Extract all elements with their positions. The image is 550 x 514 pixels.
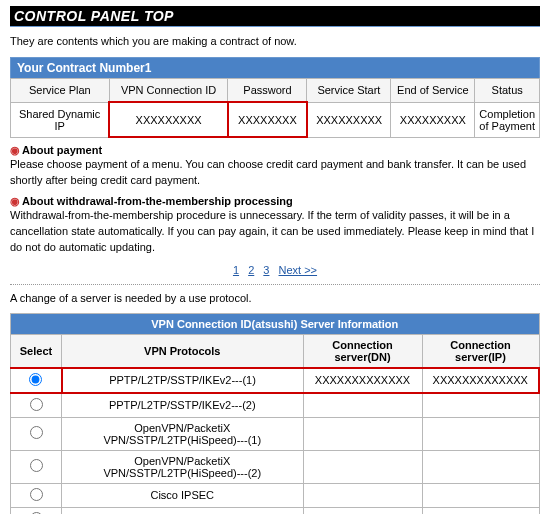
cell-protocol: PPTP/L2TP/SSTP/IKEv2---(2) (62, 393, 304, 418)
cell-protocol: Cisco Anyconnect (62, 507, 304, 514)
col-service-start: Service Start (307, 79, 391, 103)
cell-ip (422, 507, 539, 514)
server-info-table: VPN Connection ID(atsushi) Server Inform… (10, 313, 540, 514)
withdraw-note-body: Withdrawal-from-the-membership procedure… (10, 208, 540, 256)
val-password: XXXXXXXX (228, 102, 307, 137)
pager: 1 2 3 Next >> (10, 264, 540, 276)
cell-ip (422, 483, 539, 507)
cell-dn (303, 417, 422, 450)
page-3[interactable]: 3 (263, 264, 269, 276)
col-status: Status (475, 79, 540, 103)
cell-dn: XXXXXXXXXXXXX (303, 368, 422, 393)
col-vpn-id: VPN Connection ID (109, 79, 228, 103)
table-row: OpenVPN/PacketiX VPN/SSTP/L2TP(HiSpeed)-… (11, 417, 540, 450)
val-start: XXXXXXXXX (307, 102, 391, 137)
cell-dn (303, 393, 422, 418)
val-service-plan: Shared Dynamic IP (11, 102, 110, 137)
change-note: A change of a server is needed by a use … (10, 291, 540, 307)
cell-ip (422, 417, 539, 450)
payment-note-title: ◉About payment (10, 144, 540, 157)
table-row: Cisco IPSEC (11, 483, 540, 507)
cell-ip: XXXXXXXXXXXXX (422, 368, 539, 393)
cell-ip (422, 393, 539, 418)
bullet-icon: ◉ (10, 195, 20, 207)
col-service-plan: Service Plan (11, 79, 110, 103)
val-vpn-id: XXXXXXXXX (109, 102, 228, 137)
radio-select[interactable] (30, 459, 43, 472)
cell-protocol: PPTP/L2TP/SSTP/IKEv2---(1) (62, 368, 304, 393)
payment-note-body: Please choose payment of a menu. You can… (10, 157, 540, 189)
val-status: Completion of Payment (475, 102, 540, 137)
bullet-icon: ◉ (10, 144, 20, 156)
contract-table: Your Contract Number1 Service Plan VPN C… (10, 57, 540, 138)
col-ip: Connection server(IP) (422, 334, 539, 368)
radio-select[interactable] (30, 488, 43, 501)
intro-text: They are contents which you are making a… (10, 35, 540, 47)
divider (10, 284, 540, 285)
radio-select[interactable] (29, 373, 42, 386)
withdraw-note-title: ◉About withdrawal-from-the-membership pr… (10, 195, 540, 208)
contract-header: Your Contract Number1 (11, 58, 540, 79)
cell-ip (422, 450, 539, 483)
col-select: Select (11, 334, 62, 368)
server-info-header: VPN Connection ID(atsushi) Server Inform… (11, 313, 540, 334)
radio-select[interactable] (30, 426, 43, 439)
cell-protocol: OpenVPN/PacketiX VPN/SSTP/L2TP(HiSpeed)-… (62, 450, 304, 483)
page-title: CONTROL PANEL TOP (10, 6, 540, 27)
page-2[interactable]: 2 (248, 264, 254, 276)
col-dn: Connection server(DN) (303, 334, 422, 368)
val-end: XXXXXXXXX (391, 102, 475, 137)
cell-dn (303, 507, 422, 514)
cell-dn (303, 483, 422, 507)
radio-select[interactable] (30, 398, 43, 411)
col-protocols: VPN Protocols (62, 334, 304, 368)
page-1[interactable]: 1 (233, 264, 239, 276)
col-password: Password (228, 79, 307, 103)
table-row: Cisco Anyconnect (11, 507, 540, 514)
cell-protocol: Cisco IPSEC (62, 483, 304, 507)
table-row: PPTP/L2TP/SSTP/IKEv2---(1) XXXXXXXXXXXXX… (11, 368, 540, 393)
cell-protocol: OpenVPN/PacketiX VPN/SSTP/L2TP(HiSpeed)-… (62, 417, 304, 450)
col-end-service: End of Service (391, 79, 475, 103)
cell-dn (303, 450, 422, 483)
table-row: OpenVPN/PacketiX VPN/SSTP/L2TP(HiSpeed)-… (11, 450, 540, 483)
table-row: PPTP/L2TP/SSTP/IKEv2---(2) (11, 393, 540, 418)
page-next[interactable]: Next >> (279, 264, 318, 276)
